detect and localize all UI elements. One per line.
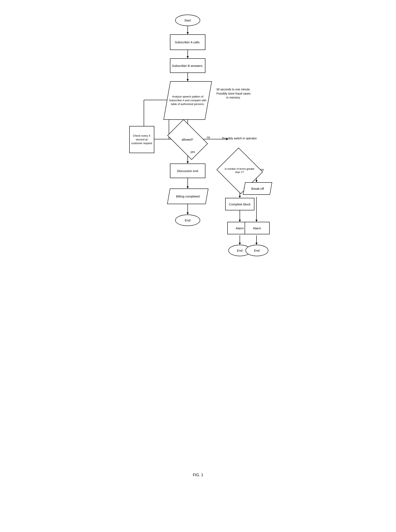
svg-marker-16 xyxy=(239,196,241,198)
analyze-shape: Analyze speech pattern of Subscriber A a… xyxy=(163,81,212,120)
svg-marker-24 xyxy=(256,243,257,245)
connector-lines xyxy=(123,11,273,469)
allowed-yes-label: yes xyxy=(189,150,197,154)
discussion-end-shape: Discussion end xyxy=(170,164,205,178)
alarm2-shape: Alarm xyxy=(245,222,270,234)
figure-label: FIG. 1 xyxy=(123,473,273,477)
errors-diamond: Is number of errors greater than Y? xyxy=(222,155,257,187)
start-shape: Start xyxy=(175,15,200,26)
svg-marker-20 xyxy=(239,243,241,245)
svg-marker-5 xyxy=(187,79,189,81)
diagram: Start Subscriber A calls. Subscriber B a… xyxy=(123,11,273,469)
billing-completed-shape: Billing completed xyxy=(167,188,208,204)
svg-marker-18 xyxy=(239,220,241,222)
timing-annotation: 30 seconds to one minute. Possibly store… xyxy=(213,87,254,100)
check-every-shape: Check every X second at customer request xyxy=(129,126,154,153)
end1-shape: End xyxy=(175,215,200,226)
svg-marker-22 xyxy=(256,220,257,222)
svg-marker-3 xyxy=(187,56,189,58)
allowed-diamond: allowed? xyxy=(170,128,205,151)
svg-marker-26 xyxy=(187,187,189,188)
svg-marker-1 xyxy=(187,32,189,34)
end3-shape: End xyxy=(245,245,268,256)
operator-annotation: Possibly switch in operator. xyxy=(219,136,261,141)
errors-no-label: no xyxy=(258,168,267,172)
svg-marker-28 xyxy=(187,212,189,215)
subscriber-b-shape: Subscriber B answers. xyxy=(170,58,205,73)
complete-block-shape: Complete block xyxy=(225,198,254,210)
page-container: Start Subscriber A calls. Subscriber B a… xyxy=(119,4,277,490)
svg-marker-9 xyxy=(187,161,189,164)
allowed-no-label: no xyxy=(204,136,213,140)
subscriber-a-shape: Subscriber A calls. xyxy=(170,34,205,50)
break-off-shape: Break-off xyxy=(243,182,272,195)
